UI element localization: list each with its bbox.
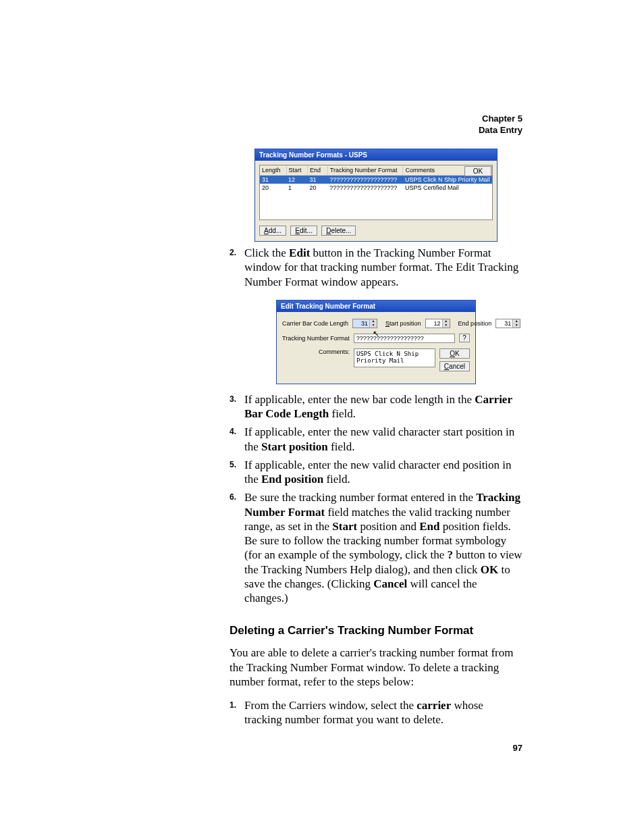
section-intro: You are able to delete a carrier's track… bbox=[230, 646, 522, 689]
edit-button[interactable]: Edit... bbox=[290, 226, 317, 236]
col-length: Length bbox=[260, 165, 286, 176]
spinner-arrows-icon[interactable]: ▲▼ bbox=[442, 319, 450, 328]
spinner-arrows-icon[interactable]: ▲▼ bbox=[369, 319, 377, 328]
section-heading: Deleting a Carrier's Tracking Number For… bbox=[230, 624, 522, 637]
step-4: 4. If applicable, enter the new valid ch… bbox=[230, 425, 522, 454]
add-label: dd... bbox=[269, 227, 281, 234]
col-format: Tracking Number Format bbox=[327, 165, 403, 176]
end-field[interactable] bbox=[496, 319, 512, 328]
start-field[interactable] bbox=[426, 319, 442, 328]
comments-label: Comments: bbox=[282, 348, 350, 355]
step-text: Be sure the tracking number format enter… bbox=[244, 490, 522, 605]
step-number: 2. bbox=[230, 246, 244, 289]
step-text: If applicable, enter the new bar code le… bbox=[244, 392, 522, 421]
chapter-title: Data Entry bbox=[479, 125, 522, 135]
table-header-row: Length Start End Tracking Number Format … bbox=[260, 165, 492, 176]
page-number: 97 bbox=[513, 743, 522, 753]
start-stepper[interactable]: ▲▼ bbox=[425, 319, 450, 328]
step-5: 5. If applicable, enter the new valid ch… bbox=[230, 458, 522, 487]
comments-field[interactable] bbox=[354, 348, 435, 367]
step-number: 6. bbox=[230, 490, 244, 605]
delete-step-1: 1. From the Carriers window, select the … bbox=[230, 698, 522, 727]
add-button[interactable]: Add... bbox=[259, 226, 286, 236]
cancel-button[interactable]: Cancel bbox=[439, 361, 470, 371]
format-field[interactable] bbox=[354, 334, 455, 343]
ok-button[interactable]: OK bbox=[464, 166, 491, 176]
end-label: End position bbox=[458, 320, 492, 327]
tracking-formats-window: Tracking Number Formats - USPS OK Length… bbox=[254, 149, 498, 242]
end-stepper[interactable]: ▲▼ bbox=[495, 319, 520, 328]
length-label: Carrier Bar Code Length bbox=[282, 320, 348, 327]
col-end: End bbox=[307, 165, 327, 176]
format-label: Tracking Number Format bbox=[282, 335, 350, 342]
step-number: 4. bbox=[230, 425, 244, 454]
step-text: If applicable, enter the new valid chara… bbox=[244, 425, 522, 454]
length-stepper[interactable]: ▲▼ bbox=[352, 319, 377, 328]
table-row[interactable]: 20 1 20 ???????????????????? USPS Certif… bbox=[260, 184, 492, 192]
spinner-arrows-icon[interactable]: ▲▼ bbox=[512, 319, 520, 328]
edit-format-window: Edit Tracking Number Format Carrier Bar … bbox=[276, 300, 476, 384]
step-6: 6. Be sure the tracking number format en… bbox=[230, 490, 522, 605]
ok-button[interactable]: OK bbox=[439, 348, 470, 359]
delete-button[interactable]: Delete... bbox=[321, 226, 356, 236]
delete-label: elete... bbox=[331, 227, 351, 234]
step-text: If applicable, enter the new valid chara… bbox=[244, 458, 522, 487]
edit-label: dit... bbox=[300, 227, 313, 234]
page-header: Chapter 5 Data Entry bbox=[479, 113, 522, 136]
step-number: 3. bbox=[230, 392, 244, 421]
help-button[interactable]: ? bbox=[459, 334, 470, 342]
window-title: Tracking Number Formats - USPS bbox=[255, 149, 497, 161]
table-row[interactable]: 31 12 31 ???????????????????? USPS Click… bbox=[260, 176, 492, 184]
window-title: Edit Tracking Number Format bbox=[277, 301, 475, 312]
start-label: Start position bbox=[385, 320, 421, 327]
step-text: From the Carriers window, select the car… bbox=[244, 698, 522, 727]
step-number: 1. bbox=[230, 698, 244, 727]
step-2: 2. Click the Edit button in the Tracking… bbox=[230, 246, 522, 289]
col-start: Start bbox=[286, 165, 307, 176]
length-field[interactable] bbox=[353, 319, 369, 328]
formats-list[interactable]: Length Start End Tracking Number Format … bbox=[259, 165, 493, 220]
chapter-label: Chapter 5 bbox=[482, 113, 522, 124]
step-text: Click the Edit button in the Tracking Nu… bbox=[244, 246, 522, 289]
step-number: 5. bbox=[230, 458, 244, 487]
main-content: Tracking Number Formats - USPS OK Length… bbox=[230, 149, 522, 731]
step-3: 3. If applicable, enter the new bar code… bbox=[230, 392, 522, 421]
